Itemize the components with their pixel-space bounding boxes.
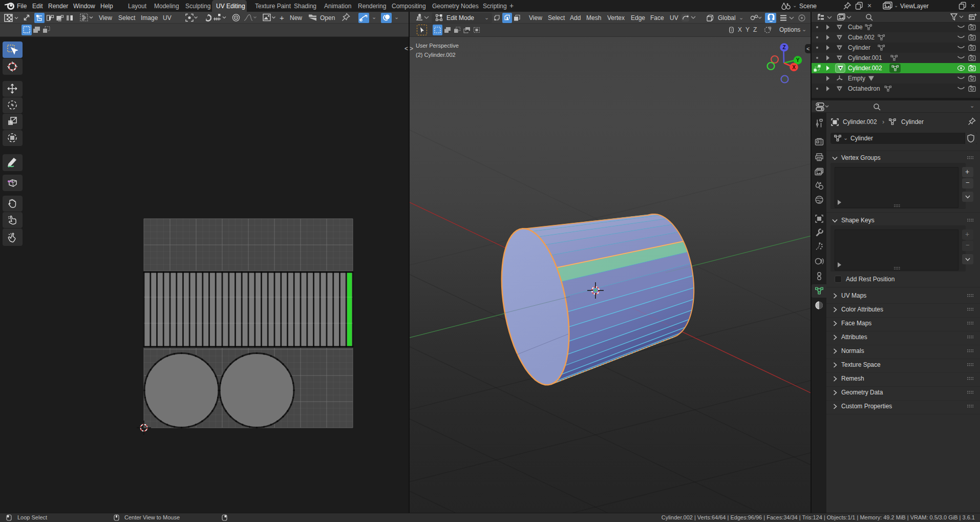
svg-text:Y: Y [796, 57, 800, 63]
svg-text:Z: Z [782, 45, 785, 50]
svg-text:X: X [792, 65, 796, 70]
